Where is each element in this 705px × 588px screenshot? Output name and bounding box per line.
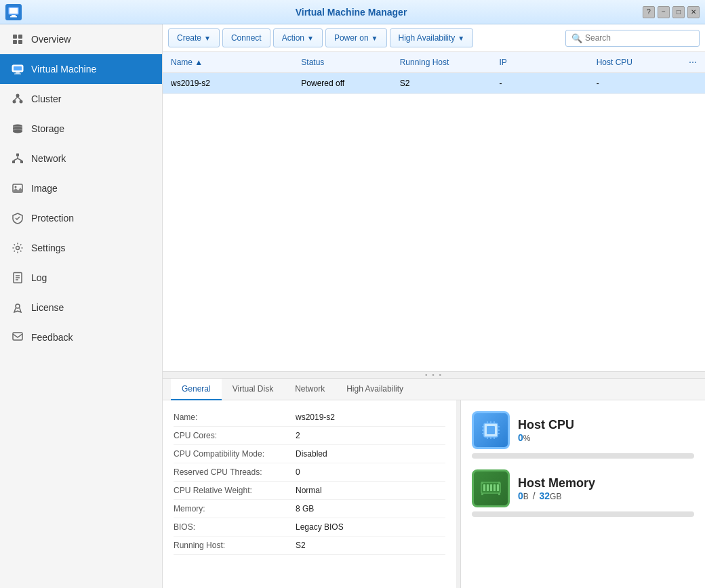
- search-input[interactable]: [585, 33, 693, 43]
- bottom-content: Name:ws2019-s2CPU Cores:2CPU Compatibili…: [163, 400, 705, 588]
- main-container: Overview Virtual Machine: [0, 24, 705, 588]
- svg-rect-8: [14, 66, 22, 70]
- cpu-stat-value: 0%: [518, 432, 574, 443]
- sidebar-item-log[interactable]: Log: [0, 263, 162, 293]
- sidebar-item-virtual-machine[interactable]: Virtual Machine: [0, 54, 162, 84]
- svg-rect-5: [13, 40, 17, 44]
- cpu-stat-header: Host CPU 0%: [472, 411, 694, 449]
- close-button[interactable]: ✕: [687, 6, 700, 18]
- storage-icon: [11, 122, 24, 135]
- col-header-host-cpu[interactable]: Host CPU: [588, 52, 681, 73]
- log-icon: [11, 271, 24, 285]
- svg-line-25: [14, 159, 18, 161]
- detail-row: CPU Relative Weight:Normal: [174, 482, 445, 500]
- poweron-button[interactable]: Power on ▼: [325, 28, 387, 47]
- col-header-ip[interactable]: IP: [491, 52, 588, 73]
- detail-row: Memory:8 GB: [174, 500, 445, 518]
- cell-name: ws2019-s2: [163, 73, 293, 94]
- vm-table-container: Name ▲ Status Running Host IP Host CPU ⋯…: [163, 52, 705, 371]
- svg-rect-2: [10, 16, 17, 18]
- svg-rect-57: [498, 493, 500, 495]
- restore-button[interactable]: □: [672, 6, 685, 18]
- ha-arrow-icon: ▼: [458, 35, 464, 42]
- sidebar-item-settings[interactable]: Settings: [0, 233, 162, 263]
- minimize-button[interactable]: −: [658, 6, 670, 18]
- sidebar-label-protection: Protection: [31, 213, 74, 224]
- tab-general[interactable]: General: [171, 379, 222, 400]
- col-header-status[interactable]: Status: [293, 52, 391, 73]
- table-row[interactable]: ws2019-s2 Powered off S2 - -: [163, 73, 705, 94]
- memory-progress-bg: [472, 511, 694, 517]
- network-icon: [11, 152, 24, 165]
- memory-stat-info: Host Memory 0B / 32GB: [518, 476, 595, 501]
- cell-status: Powered off: [293, 73, 391, 94]
- tab-high-availability[interactable]: High Availability: [336, 379, 414, 400]
- search-icon: 🔍: [571, 33, 582, 43]
- feedback-icon: [11, 331, 24, 344]
- memory-stat-title: Host Memory: [518, 476, 595, 490]
- memory-stat-value: 0B / 32GB: [518, 490, 595, 501]
- detail-label: Memory:: [174, 504, 296, 513]
- cpu-progress-bg: [472, 453, 694, 459]
- memory-stat-header: Host Memory 0B / 32GB: [472, 469, 694, 507]
- ha-button[interactable]: High Availability ▼: [390, 28, 474, 47]
- col-header-more[interactable]: ⋯: [681, 52, 705, 73]
- sidebar-item-cluster[interactable]: Cluster: [0, 84, 162, 114]
- sidebar: Overview Virtual Machine: [0, 24, 163, 588]
- svg-rect-0: [9, 7, 18, 14]
- action-button[interactable]: Action ▼: [273, 28, 323, 47]
- sidebar-label-settings: Settings: [31, 243, 66, 253]
- connect-button[interactable]: Connect: [222, 28, 270, 47]
- toolbar: Create ▼ Connect Action ▼ Power on ▼ Hig…: [163, 24, 705, 52]
- app-title: Virtual Machine Manager: [60, 7, 643, 18]
- svg-point-12: [13, 100, 16, 104]
- panel-divider[interactable]: • • •: [163, 371, 705, 378]
- svg-rect-55: [497, 484, 499, 491]
- svg-rect-9: [16, 72, 20, 74]
- sidebar-item-overview[interactable]: Overview: [0, 24, 162, 54]
- detail-label: Running Host:: [174, 541, 296, 550]
- col-header-running-host[interactable]: Running Host: [392, 52, 491, 73]
- vm-table: Name ▲ Status Running Host IP Host CPU ⋯…: [163, 52, 705, 94]
- svg-line-15: [18, 97, 21, 100]
- detail-value: 0: [296, 467, 300, 477]
- detail-label: CPU Cores:: [174, 431, 296, 440]
- cpu-stat-info: Host CPU 0%: [518, 418, 574, 443]
- sidebar-label-network: Network: [31, 153, 66, 164]
- search-box[interactable]: 🔍: [565, 30, 700, 47]
- detail-row: CPU Compatibility Mode:Disabled: [174, 445, 445, 463]
- tabs-bar: General Virtual Disk Network High Availa…: [163, 379, 705, 400]
- sidebar-item-license[interactable]: License: [0, 293, 162, 322]
- svg-rect-1: [12, 15, 16, 16]
- svg-rect-6: [18, 40, 22, 44]
- image-icon: [11, 182, 24, 195]
- settings-icon: [11, 241, 24, 255]
- svg-rect-59: [498, 482, 500, 484]
- sidebar-label-storage: Storage: [31, 123, 64, 134]
- cpu-stat-card: Host CPU 0%: [472, 411, 694, 459]
- sidebar-label-vm: Virtual Machine: [31, 64, 96, 75]
- cell-host-cpu: -: [588, 73, 681, 94]
- sidebar-item-image[interactable]: Image: [0, 173, 162, 203]
- detail-value: S2: [296, 541, 306, 550]
- overview-icon: [11, 33, 24, 46]
- detail-value: ws2019-s2: [296, 413, 335, 422]
- poweron-arrow-icon: ▼: [371, 35, 378, 42]
- action-arrow-icon: ▼: [307, 35, 314, 42]
- create-button[interactable]: Create ▼: [168, 28, 220, 47]
- tab-network[interactable]: Network: [284, 379, 336, 400]
- col-header-name[interactable]: Name ▲: [163, 52, 293, 73]
- detail-value: Legacy BIOS: [296, 522, 344, 532]
- tab-virtual-disk[interactable]: Virtual Disk: [222, 379, 284, 400]
- sidebar-label-image: Image: [31, 183, 58, 194]
- detail-label: BIOS:: [174, 522, 296, 532]
- sidebar-item-protection[interactable]: Protection: [0, 203, 162, 233]
- detail-value: 8 GB: [296, 504, 314, 513]
- sidebar-item-network[interactable]: Network: [0, 144, 162, 173]
- sidebar-item-storage[interactable]: Storage: [0, 114, 162, 144]
- help-button[interactable]: ?: [643, 6, 655, 18]
- sidebar-item-feedback[interactable]: Feedback: [0, 322, 162, 352]
- detail-value: Disabled: [296, 449, 327, 459]
- protection-icon: [11, 211, 24, 225]
- memory-stat-icon: [472, 469, 510, 507]
